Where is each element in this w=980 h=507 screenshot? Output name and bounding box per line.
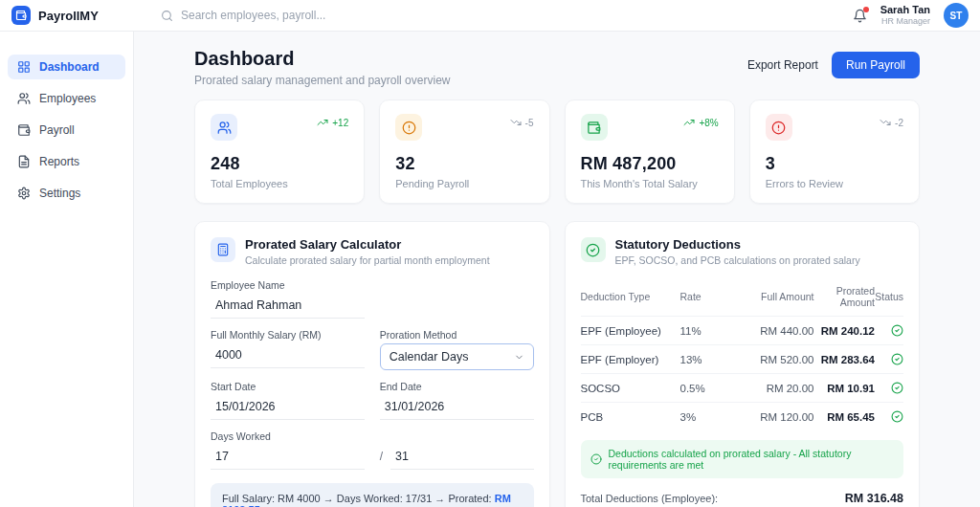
sidebar-item-dashboard[interactable]: Dashboard [8,55,125,79]
total-deductions-employee: Total Deductions (Employee): RM 316.48 [581,492,904,505]
dashboard-grid-icon [17,60,31,74]
brand-name: PayrollMY [38,9,99,23]
file-text-icon [17,155,31,168]
prorated-salary-calculator-panel: Prorated Salary Calculator Calculate pro… [194,221,550,507]
sidebar-item-settings[interactable]: Settings [8,181,125,206]
sidebar-item-label: Employees [39,92,96,105]
stat-card-pending-payroll: -5 32 Pending Payroll [379,99,549,204]
search-icon [161,10,173,22]
days-total-field[interactable] [390,445,533,470]
sidebar: Dashboard Employees Payroll Reports Sett… [0,32,134,507]
sidebar-item-label: Reports [39,155,79,168]
days-separator: / [380,450,383,470]
status-check-icon [875,353,903,365]
shield-check-icon [581,237,606,262]
stat-value: 248 [211,154,348,174]
search-input[interactable] [181,9,430,22]
panel-title: Prorated Salary Calculator [245,237,490,252]
stat-label: Pending Payroll [395,178,533,189]
trend-badge: +8% [683,117,718,128]
trending-up-icon [683,117,695,128]
panel-subtitle: Calculate prorated salary for partial mo… [245,254,490,266]
start-date-label: Start Date [211,381,365,392]
statutory-deductions-panel: Statutory Deductions EPF, SOCSO, and PCB… [565,221,921,507]
export-report-button[interactable]: Export Report [747,58,818,72]
salary-field[interactable] [211,343,365,368]
table-row: PCB 3% RM 120.00 RM 65.45 [581,403,904,430]
trend-badge: +12 [317,117,348,128]
status-check-icon [875,382,903,394]
stat-value: 3 [766,154,903,174]
notification-dot [863,7,869,12]
user-meta: Sarah Tan HR Manager [880,4,930,27]
days-worked-field[interactable] [211,445,365,470]
stat-value: RM 487,200 [581,154,719,174]
app-logo-icon [11,6,31,25]
page-title: Dashboard [194,48,450,70]
days-worked-label: Days Worked [211,430,365,442]
stat-cards: +12 248 Total Employees -5 32 Pending Pa… [194,99,920,204]
sidebar-item-payroll[interactable]: Payroll [8,118,125,143]
stat-label: This Month's Total Salary [581,178,719,189]
salary-label: Full Monthly Salary (RM) [211,329,365,341]
users-icon [211,114,237,141]
panel-subtitle: EPF, SOCSO, and PCB calculations on pror… [615,254,860,266]
proration-method-label: Proration Method [380,329,534,341]
search-bar[interactable] [161,9,853,22]
status-check-icon [875,324,903,337]
end-date-label: End Date [380,381,534,392]
stat-label: Errors to Review [766,178,903,189]
user-role: HR Manager [880,16,930,27]
stat-card-total-salary: +8% RM 487,200 This Month's Total Salary [565,99,735,204]
page-subtitle: Prorated salary management and payroll o… [194,74,450,87]
avatar[interactable]: ST [944,3,969,28]
users-icon [17,92,31,105]
notifications-bell-icon[interactable] [853,9,867,23]
deductions-table: Deduction Type Rate Full Amount Prorated… [581,279,904,430]
calculator-icon [211,237,235,262]
panel-title: Statutory Deductions [615,237,860,252]
trending-down-icon [510,117,522,128]
table-row: SOCSO 0.5% RM 20.00 RM 10.91 [581,374,904,403]
table-header-row: Deduction Type Rate Full Amount Prorated… [581,279,904,317]
stat-value: 32 [395,154,533,174]
sidebar-item-label: Dashboard [39,60,100,74]
trend-badge: -2 [880,117,903,128]
alert-circle-icon [766,114,792,141]
end-date-field[interactable] [380,395,534,420]
deductions-note: Deductions calculated on prorated salary… [581,440,904,478]
check-circle-icon [590,453,602,465]
employee-name-field[interactable] [211,294,365,319]
topbar: PayrollMY Sarah Tan HR Manager ST [0,0,980,32]
main-content: Dashboard Prorated salary management and… [134,32,980,507]
alert-circle-icon [395,114,422,141]
chevron-down-icon [514,352,524,363]
stat-card-errors: -2 3 Errors to Review [749,99,920,204]
trending-down-icon [880,117,891,128]
gear-icon [17,187,31,200]
status-check-icon [875,410,903,423]
proration-summary: Full Salary: RM 4000 → Days Worked: 17/3… [211,483,534,507]
trend-badge: -5 [510,117,534,128]
sidebar-item-employees[interactable]: Employees [8,86,125,111]
start-date-field[interactable] [211,395,365,420]
sidebar-item-reports[interactable]: Reports [8,149,125,174]
wallet-icon [17,123,31,137]
table-row: EPF (Employee) 11% RM 440.00 RM 240.12 [581,317,904,345]
run-payroll-button[interactable]: Run Payroll [832,52,920,78]
table-row: EPF (Employer) 13% RM 520.00 RM 283.64 [581,345,904,374]
sidebar-item-label: Payroll [39,123,75,137]
sidebar-item-label: Settings [39,187,80,200]
trending-up-icon [317,117,328,128]
proration-method-select[interactable]: Calendar Days [380,343,534,370]
stat-card-total-employees: +12 248 Total Employees [194,99,365,204]
employee-name-label: Employee Name [211,279,365,291]
stat-label: Total Employees [211,178,348,189]
user-name: Sarah Tan [880,4,930,16]
wallet-icon [581,114,608,141]
brand: PayrollMY [11,6,134,25]
